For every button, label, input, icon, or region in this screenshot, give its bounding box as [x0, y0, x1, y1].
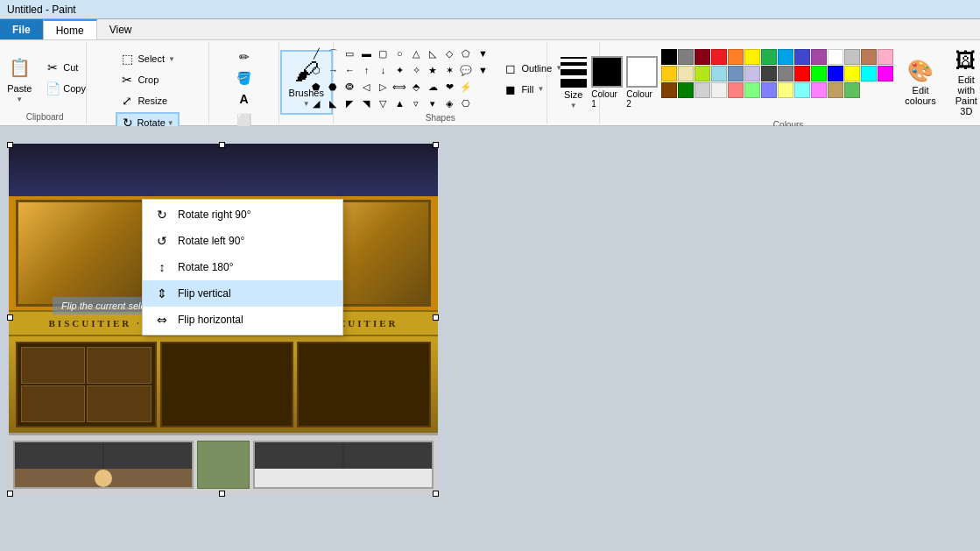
palette-swatch-18[interactable] [728, 66, 744, 81]
select-button[interactable]: ⬚ Select ▼ [116, 49, 180, 68]
palette-swatch-22[interactable] [794, 66, 810, 81]
selection-handle-mid-right[interactable] [433, 314, 439, 321]
selection-handle-top-mid[interactable] [219, 142, 225, 148]
shape-right-arrow[interactable]: → [325, 62, 341, 78]
palette-swatch-1[interactable] [678, 49, 694, 65]
selection-handle-bottom-right[interactable] [433, 491, 439, 497]
canvas-area[interactable]: BISCUITI​ER · PA CUBE GOURMANDE · BISCUI… [0, 126, 980, 551]
shape-r7[interactable]: ⬘ [408, 79, 424, 95]
colour2-swatch[interactable] [626, 56, 658, 88]
shape-line[interactable]: ╱ [308, 46, 324, 61]
cut-button[interactable]: ✂ Cut [41, 58, 90, 77]
shape-ellipse[interactable]: ○ [391, 46, 407, 61]
rotate-menu-item-3[interactable]: ⇕Flip vertical [143, 280, 342, 307]
selection-handle-bottom-mid[interactable] [219, 491, 225, 497]
palette-swatch-19[interactable] [744, 66, 760, 81]
palette-swatch-30[interactable] [694, 82, 710, 98]
shape-down-arrow[interactable]: ↓ [375, 62, 391, 78]
palette-swatch-28[interactable] [661, 82, 677, 98]
shape-r4[interactable]: ◁ [358, 79, 374, 95]
palette-swatch-38[interactable] [828, 82, 843, 98]
shape-pentagon[interactable]: ⬠ [458, 46, 474, 61]
crop-button[interactable]: ✂ Crop [116, 70, 163, 89]
palette-swatch-5[interactable] [744, 49, 760, 65]
selection-handle-bottom-left[interactable] [7, 491, 13, 497]
tab-home[interactable]: Home [43, 19, 97, 39]
palette-swatch-15[interactable] [678, 66, 694, 81]
palette-swatch-3[interactable] [711, 49, 727, 65]
palette-swatch-23[interactable] [811, 66, 827, 81]
rotate-menu-item-4[interactable]: ⇔Flip horizontal [143, 307, 342, 333]
copy-button[interactable]: 📄 Copy [41, 79, 90, 98]
palette-swatch-36[interactable] [794, 82, 810, 98]
selection-handle-top-left[interactable] [7, 142, 13, 148]
paint3d-button[interactable]: 🖼 Edit with Paint 3D [948, 50, 980, 115]
palette-swatch-2[interactable] [694, 49, 710, 65]
palette-swatch-7[interactable] [778, 49, 793, 65]
palette-swatch-17[interactable] [711, 66, 727, 81]
shape-star6[interactable]: ✶ [441, 62, 457, 78]
shape-r9[interactable]: ❤ [441, 79, 457, 95]
shape-r10[interactable]: ⚡ [458, 79, 474, 95]
shape-s2[interactable]: ◣ [325, 95, 341, 111]
pencil-button[interactable]: ✏ [233, 47, 256, 67]
shape-left-arrow[interactable]: ← [342, 62, 357, 78]
shape-rect[interactable]: ▭ [342, 46, 357, 61]
shape-curve[interactable]: ⌒ [325, 46, 341, 61]
shape-hexagon[interactable]: ⬡ [308, 62, 324, 78]
shape-s3[interactable]: ◤ [342, 95, 357, 111]
palette-swatch-34[interactable] [761, 82, 777, 98]
palette-swatch-14[interactable] [661, 66, 677, 81]
palette-swatch-13[interactable] [878, 49, 893, 65]
shape-s4[interactable]: ◥ [358, 95, 374, 111]
shape-r1[interactable]: ⬟ [308, 79, 324, 95]
selection-handle-top-right[interactable] [433, 142, 439, 148]
palette-swatch-37[interactable] [811, 82, 827, 98]
text-tool-button[interactable]: A [233, 89, 256, 109]
tab-file[interactable]: File [0, 19, 43, 39]
shape-s1[interactable]: ◢ [308, 95, 324, 111]
shape-r5[interactable]: ▷ [375, 79, 391, 95]
shape-round-rect[interactable]: ▢ [375, 46, 391, 61]
palette-swatch-4[interactable] [728, 49, 744, 65]
shape-s9[interactable]: ◈ [441, 95, 457, 111]
palette-swatch-12[interactable] [861, 49, 877, 65]
palette-swatch-27[interactable] [878, 66, 893, 81]
palette-swatch-31[interactable] [711, 82, 727, 98]
shape-callout[interactable]: 💬 [458, 62, 474, 78]
edit-colours-button[interactable]: 🎨 Edit colours [897, 50, 943, 115]
selection-handle-mid-left[interactable] [7, 314, 13, 321]
palette-swatch-6[interactable] [761, 49, 777, 65]
palette-swatch-39[interactable] [844, 82, 860, 98]
shape-s8[interactable]: ▾ [425, 95, 441, 111]
palette-swatch-21[interactable] [778, 66, 793, 81]
rotate-menu-item-1[interactable]: ↺Rotate left 90° [143, 228, 342, 254]
palette-swatch-32[interactable] [728, 82, 744, 98]
shape-diamond[interactable]: ◇ [441, 46, 457, 61]
palette-swatch-0[interactable] [661, 49, 677, 65]
palette-swatch-24[interactable] [828, 66, 843, 81]
resize-button[interactable]: ⤢ Resize [116, 91, 172, 110]
palette-swatch-8[interactable] [794, 49, 810, 65]
shape-star5[interactable]: ★ [425, 62, 441, 78]
palette-swatch-25[interactable] [844, 66, 860, 81]
palette-swatch-20[interactable] [761, 66, 777, 81]
shape-s6[interactable]: ▲ [391, 95, 407, 111]
shape-r2[interactable]: ⬣ [325, 79, 341, 95]
palette-swatch-26[interactable] [861, 66, 877, 81]
shape-4arrow[interactable]: ✦ [391, 62, 407, 78]
shape-star4[interactable]: ✧ [408, 62, 424, 78]
palette-swatch-11[interactable] [844, 49, 860, 65]
shape-s10[interactable]: ⎔ [458, 95, 474, 111]
palette-swatch-10[interactable] [828, 49, 843, 65]
colour1-swatch[interactable] [591, 56, 623, 88]
palette-swatch-16[interactable] [694, 66, 710, 81]
rotate-menu-item-2[interactable]: ↕Rotate 180° [143, 254, 342, 280]
shape-r3[interactable]: ⭖ [342, 79, 357, 95]
tab-view[interactable]: View [97, 19, 145, 39]
shape-rect2[interactable]: ▬ [358, 46, 374, 61]
shape-right-triangle[interactable]: ◺ [425, 46, 441, 61]
palette-swatch-35[interactable] [778, 82, 793, 98]
paste-button[interactable]: 📋 Paste ▼ [0, 46, 39, 110]
shape-r6[interactable]: ⟺ [391, 79, 407, 95]
